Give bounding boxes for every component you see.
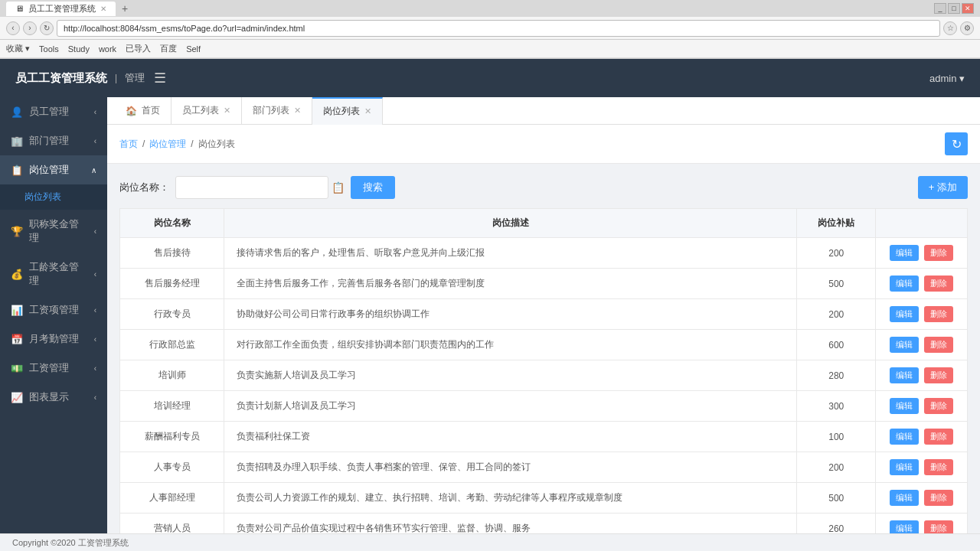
bookmark-baidu[interactable]: 百度 bbox=[160, 43, 177, 54]
cell-allowance-8: 500 bbox=[797, 483, 876, 514]
sidebar-item-attendance[interactable]: 📅 月考勤管理 ‹ bbox=[0, 324, 107, 354]
edit-button-5[interactable]: 编辑 bbox=[890, 398, 919, 414]
extensions-button[interactable]: ⚙ bbox=[960, 21, 974, 35]
table-row: 人事部经理 负责公司人力资源工作的规划、建立、执行招聘、培训、考勤、劳动纪律等人… bbox=[120, 483, 968, 514]
breadcrumb-home[interactable]: 首页 bbox=[119, 138, 138, 151]
new-tab-button[interactable]: + bbox=[122, 2, 128, 15]
cell-actions-4: 编辑 删除 bbox=[876, 360, 968, 391]
edit-button-3[interactable]: 编辑 bbox=[890, 337, 919, 353]
cell-desc-6: 负责福利社保工资 bbox=[224, 422, 797, 452]
add-button[interactable]: + 添加 bbox=[918, 176, 968, 199]
content-area: 岗位名称： 📋 搜索 + 添加 岗位名称 岗位描述 岗位补贴 bbox=[107, 164, 980, 533]
edit-button-8[interactable]: 编辑 bbox=[890, 490, 919, 506]
delete-button-0[interactable]: 删除 bbox=[924, 245, 953, 261]
sidebar-label-employee: 员工管理 bbox=[29, 105, 69, 119]
table-container: 岗位名称 岗位描述 岗位补贴 售后接待 接待请求售后的客户，处理售后、听取客户意… bbox=[119, 208, 968, 533]
edit-button-6[interactable]: 编辑 bbox=[890, 429, 919, 445]
delete-button-4[interactable]: 删除 bbox=[924, 367, 953, 383]
bookmark-shoucan[interactable]: 收藏 ▾ bbox=[6, 43, 30, 54]
tab-home[interactable]: 🏠 首页 bbox=[115, 97, 172, 125]
sidebar-item-salary-mgmt[interactable]: 📊 工资项管理 ‹ bbox=[0, 295, 107, 324]
sidebar-item-department[interactable]: 🏢 部门管理 ‹ bbox=[0, 126, 107, 155]
chart-icon: 📈 bbox=[11, 391, 23, 403]
tab-home-label: 首页 bbox=[142, 104, 160, 117]
bookmark-tools[interactable]: Tools bbox=[39, 44, 59, 54]
cell-allowance-9: 260 bbox=[797, 514, 876, 534]
col-header-allowance: 岗位补贴 bbox=[797, 209, 876, 238]
search-bar: 岗位名称： 📋 搜索 + 添加 bbox=[119, 176, 968, 199]
sidebar-item-chart[interactable]: 📈 图表显示 ‹ bbox=[0, 383, 107, 412]
tab-dept-close[interactable]: ✕ bbox=[294, 106, 301, 116]
table-row: 行政部总监 对行政部工作全面负责，组织安排协调本部门职责范围内的工作 600 编… bbox=[120, 330, 968, 360]
sidebar-item-payroll[interactable]: 💵 工资管理 ‹ bbox=[0, 354, 107, 383]
copy-icon[interactable]: 📋 bbox=[332, 181, 345, 194]
sidebar: 👤 员工管理 ‹ 🏢 部门管理 ‹ 📋 岗位管理 ∧ 岗位列表 🏆 职称奖金管理… bbox=[0, 97, 107, 533]
delete-button-8[interactable]: 删除 bbox=[924, 490, 953, 506]
delete-button-9[interactable]: 删除 bbox=[924, 520, 953, 533]
app-title: 员工工资管理系统 bbox=[15, 71, 107, 86]
browser-tab-favicon: 🖥 bbox=[15, 4, 24, 13]
browser-tab-title: 员工工资管理系统 bbox=[28, 3, 96, 15]
payroll-arrow: ‹ bbox=[94, 364, 96, 373]
maximize-button[interactable]: □ bbox=[948, 3, 960, 14]
cell-name-1: 售后服务经理 bbox=[120, 269, 224, 299]
delete-button-6[interactable]: 删除 bbox=[924, 429, 953, 445]
table-row: 培训师 负责实施新人培训及员工学习 280 编辑 删除 bbox=[120, 360, 968, 391]
menu-toggle-icon[interactable]: ☰ bbox=[154, 70, 166, 86]
cell-name-3: 行政部总监 bbox=[120, 330, 224, 360]
cell-desc-1: 全面主持售后服务工作，完善售后服务各部门的规章管理制度 bbox=[224, 269, 797, 299]
salary-bonus-icon: 💰 bbox=[11, 268, 23, 280]
tab-employee-close[interactable]: ✕ bbox=[224, 106, 230, 116]
edit-button-0[interactable]: 编辑 bbox=[890, 245, 919, 261]
cell-actions-1: 编辑 删除 bbox=[876, 269, 968, 299]
cell-actions-9: 编辑 删除 bbox=[876, 514, 968, 534]
footer-copyright: Copyright ©2020 工资管理系统 bbox=[12, 537, 129, 549]
department-arrow: ‹ bbox=[94, 137, 96, 145]
header-right: admin ▾ bbox=[929, 73, 965, 84]
col-header-name: 岗位名称 bbox=[120, 209, 224, 238]
delete-button-5[interactable]: 删除 bbox=[924, 398, 953, 414]
breadcrumb-section[interactable]: 岗位管理 bbox=[149, 138, 186, 151]
bookmark-self[interactable]: Self bbox=[186, 44, 201, 54]
edit-button-4[interactable]: 编辑 bbox=[890, 367, 919, 383]
cell-name-2: 行政专员 bbox=[120, 299, 224, 330]
reload-button[interactable]: ↻ bbox=[40, 21, 54, 35]
delete-button-3[interactable]: 删除 bbox=[924, 337, 953, 353]
star-button[interactable]: ☆ bbox=[943, 21, 957, 35]
bookmark-study[interactable]: Study bbox=[68, 44, 90, 54]
refresh-button[interactable]: ↻ bbox=[945, 132, 968, 155]
edit-button-2[interactable]: 编辑 bbox=[890, 306, 919, 322]
attendance-icon: 📅 bbox=[11, 333, 23, 345]
delete-button-1[interactable]: 删除 bbox=[924, 276, 953, 292]
salary-mgmt-arrow: ‹ bbox=[94, 306, 96, 315]
admin-label[interactable]: admin ▾ bbox=[929, 73, 965, 84]
bookmark-work[interactable]: work bbox=[99, 44, 116, 54]
edit-button-9[interactable]: 编辑 bbox=[890, 520, 919, 533]
bookmark-import[interactable]: 已导入 bbox=[126, 43, 151, 54]
tab-employee-list[interactable]: 员工列表 ✕ bbox=[172, 97, 242, 125]
search-input[interactable] bbox=[175, 176, 328, 199]
edit-button-1[interactable]: 编辑 bbox=[890, 276, 919, 292]
sidebar-item-employee[interactable]: 👤 员工管理 ‹ bbox=[0, 97, 107, 126]
search-button[interactable]: 搜索 bbox=[351, 176, 395, 199]
cell-actions-3: 编辑 删除 bbox=[876, 330, 968, 360]
delete-button-7[interactable]: 删除 bbox=[924, 459, 953, 475]
breadcrumb-current: 岗位列表 bbox=[198, 138, 235, 151]
tab-position-close[interactable]: ✕ bbox=[364, 106, 371, 116]
close-window-button[interactable]: ✕ bbox=[962, 3, 974, 14]
table-body: 售后接待 接待请求售后的客户，处理售后、听取客户意见并向上级汇报 200 编辑 … bbox=[120, 238, 968, 534]
sidebar-item-reward[interactable]: 🏆 职称奖金管理 ‹ bbox=[0, 210, 107, 253]
tab-position-list[interactable]: 岗位列表 ✕ bbox=[312, 97, 383, 125]
url-bar[interactable]: http://localhost:8084/ssm_esms/toPage.do… bbox=[57, 20, 940, 37]
forward-button[interactable]: › bbox=[23, 21, 37, 35]
delete-button-2[interactable]: 删除 bbox=[924, 306, 953, 322]
tab-dept-list[interactable]: 部门列表 ✕ bbox=[242, 97, 312, 125]
sidebar-sub-position-list[interactable]: 岗位列表 bbox=[0, 184, 107, 210]
back-button[interactable]: ‹ bbox=[6, 21, 20, 35]
sidebar-item-position[interactable]: 📋 岗位管理 ∧ bbox=[0, 155, 107, 184]
browser-tab[interactable]: 🖥 员工工资管理系统 ✕ bbox=[6, 2, 116, 16]
edit-button-7[interactable]: 编辑 bbox=[890, 459, 919, 475]
minimize-button[interactable]: _ bbox=[934, 3, 946, 14]
sidebar-item-salary-bonus[interactable]: 💰 工龄奖金管理 ‹ bbox=[0, 253, 107, 295]
browser-tab-close[interactable]: ✕ bbox=[100, 5, 106, 13]
